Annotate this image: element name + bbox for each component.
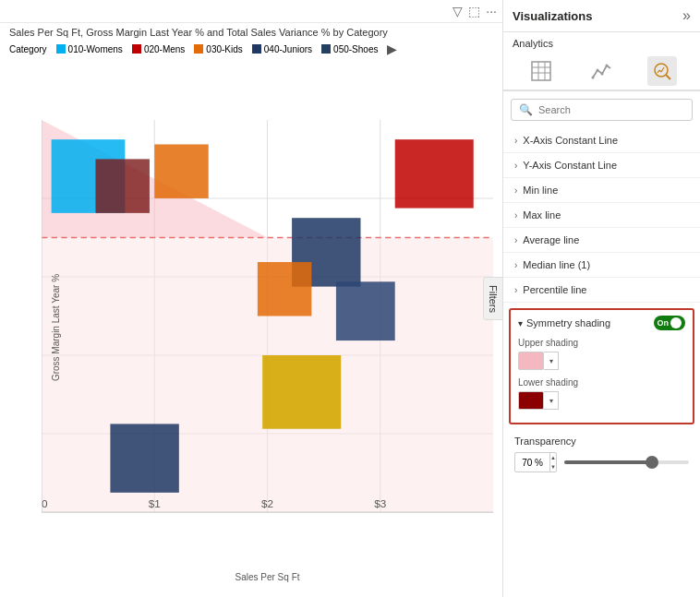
search-icon: 🔍 [519, 103, 533, 116]
analytics-item-median-label: Median line (1) [523, 259, 590, 270]
chevron-average: › [514, 235, 517, 245]
right-panel: Visualizations » Analytics [503, 0, 700, 597]
percent-up-arrow[interactable]: ▲ [550, 453, 556, 462]
chevron-max: › [514, 210, 517, 221]
chevron-x-axis: › [514, 136, 517, 146]
transparency-percent-value: 70 % [515, 458, 549, 468]
symmetry-header: ▾ Symmetry shading On [518, 316, 685, 330]
symmetry-title-label: Symmetry shading [526, 317, 610, 328]
transparency-label: Transparency [514, 436, 689, 447]
analytics-item-x-axis-label: X-Axis Constant Line [523, 135, 618, 146]
legend-label-womens: 010-Womens [68, 44, 123, 54]
y-axis-label: Gross Margin Last Year % [51, 274, 61, 381]
chart-panel: ▽ ⬚ ··· Sales Per Sq Ft, Gross Margin La… [0, 0, 503, 597]
legend-color-mens [132, 44, 141, 54]
percent-arrows[interactable]: ▲ ▼ [549, 453, 556, 472]
legend-label-mens: 020-Mens [144, 44, 185, 54]
svg-rect-17 [336, 281, 395, 340]
svg-rect-13 [154, 144, 208, 197]
svg-rect-18 [262, 355, 341, 429]
svg-text:$3: $3 [374, 497, 386, 509]
legend-color-womens [56, 44, 66, 54]
toggle-on-label: On [658, 318, 670, 328]
search-box[interactable]: 🔍 [511, 99, 693, 121]
x-axis-label: Sales Per Sq Ft [42, 572, 493, 586]
legend-color-juniors [252, 44, 261, 54]
legend-expand-icon[interactable]: ▶ [387, 42, 397, 56]
chevron-min: › [514, 185, 517, 196]
viz-type-table-icon[interactable] [526, 56, 556, 86]
svg-rect-30 [532, 62, 550, 80]
analytics-item-max[interactable]: › Max line [503, 203, 700, 228]
filter-icon[interactable]: ▽ [453, 4, 463, 18]
legend-category-label: Category [9, 44, 47, 54]
viz-panel-title: Visualizations [513, 9, 592, 23]
legend-item-mens: 020-Mens [132, 44, 185, 54]
transparency-slider-fill [564, 460, 652, 464]
legend-item-juniors: 040-Juniors [252, 44, 312, 54]
legend-color-kids [194, 44, 203, 54]
analytics-item-average[interactable]: › Average line [503, 228, 700, 253]
chart-svg: 45% 40% 35% 30% $0 $1 $2 $3 [42, 63, 493, 569]
transparency-slider-track[interactable] [564, 460, 689, 464]
analytics-item-median[interactable]: › Median line (1) [503, 253, 700, 278]
svg-point-37 [601, 73, 604, 76]
svg-line-43 [661, 67, 664, 72]
analytics-item-min-label: Min line [523, 185, 558, 196]
analytics-label: Analytics [503, 32, 700, 53]
percent-down-arrow[interactable]: ▼ [550, 462, 556, 472]
analytics-item-average-label: Average line [523, 234, 579, 245]
analytics-item-x-axis[interactable]: › X-Axis Constant Line [503, 128, 700, 153]
viz-type-icons-bar [503, 53, 700, 91]
chevron-symmetry: ▾ [518, 318, 523, 328]
upper-color-dropdown[interactable]: ▾ [544, 352, 559, 370]
upper-color-swatch[interactable] [518, 352, 544, 370]
svg-rect-15 [258, 262, 311, 316]
lower-color-swatch[interactable] [518, 391, 544, 410]
chevron-median: › [514, 260, 517, 270]
symmetry-toggle[interactable]: On [654, 316, 686, 330]
svg-rect-12 [95, 159, 149, 212]
viz-type-analytics-icon[interactable] [647, 56, 677, 86]
analytics-item-max-label: Max line [523, 209, 561, 221]
symmetry-title: ▾ Symmetry shading [518, 317, 610, 328]
legend-item-womens: 010-Womens [56, 44, 123, 54]
analytics-list: › X-Axis Constant Line › Y-Axis Constant… [503, 128, 700, 597]
viz-expand-icon[interactable]: » [682, 7, 691, 24]
legend-item-kids: 030-Kids [194, 44, 242, 54]
svg-text:$1: $1 [149, 497, 161, 509]
svg-text:$0: $0 [42, 497, 48, 509]
symmetry-shading-section: ▾ Symmetry shading On Upper shading ▾ Lo… [509, 308, 694, 424]
analytics-item-percentile[interactable]: › Percentile line [503, 278, 700, 303]
svg-line-40 [666, 75, 670, 79]
analytics-item-percentile-label: Percentile line [523, 284, 586, 295]
chart-title: Sales Per Sq Ft, Gross Margin Last Year … [0, 23, 502, 40]
transparency-value-input[interactable]: 70 % ▲ ▼ [514, 452, 557, 472]
svg-rect-19 [110, 424, 178, 492]
svg-point-38 [606, 65, 609, 67]
search-input[interactable] [538, 104, 684, 115]
chart-area: Gross Margin Last Year % [0, 58, 502, 597]
expand-icon[interactable]: ⬚ [468, 4, 480, 18]
legend-item-shoes: 050-Shoes [321, 44, 378, 54]
lower-shading-label: Lower shading [518, 377, 685, 388]
filters-tab[interactable]: Filters [483, 277, 503, 321]
legend-label-shoes: 050-Shoes [333, 44, 378, 54]
lower-color-dropdown[interactable]: ▾ [544, 391, 559, 410]
legend-color-shoes [321, 44, 331, 54]
chevron-y-axis: › [514, 161, 517, 171]
chevron-percentile: › [514, 285, 517, 295]
analytics-item-min[interactable]: › Min line [503, 178, 700, 203]
transparency-slider-thumb[interactable] [646, 456, 658, 469]
more-icon[interactable]: ··· [486, 4, 497, 18]
upper-color-picker-row: ▾ [518, 352, 685, 370]
viz-header: Visualizations » [503, 0, 700, 32]
viz-type-line-icon[interactable] [586, 56, 616, 86]
lower-color-picker-row: ▾ [518, 391, 685, 410]
chart-legend: Category 010-Womens 020-Mens 030-Kids 04… [0, 40, 502, 58]
analytics-item-y-axis[interactable]: › Y-Axis Constant Line [503, 153, 700, 178]
svg-point-36 [597, 69, 599, 72]
svg-rect-16 [395, 139, 474, 208]
legend-label-kids: 030-Kids [206, 44, 242, 54]
svg-point-39 [655, 64, 668, 77]
